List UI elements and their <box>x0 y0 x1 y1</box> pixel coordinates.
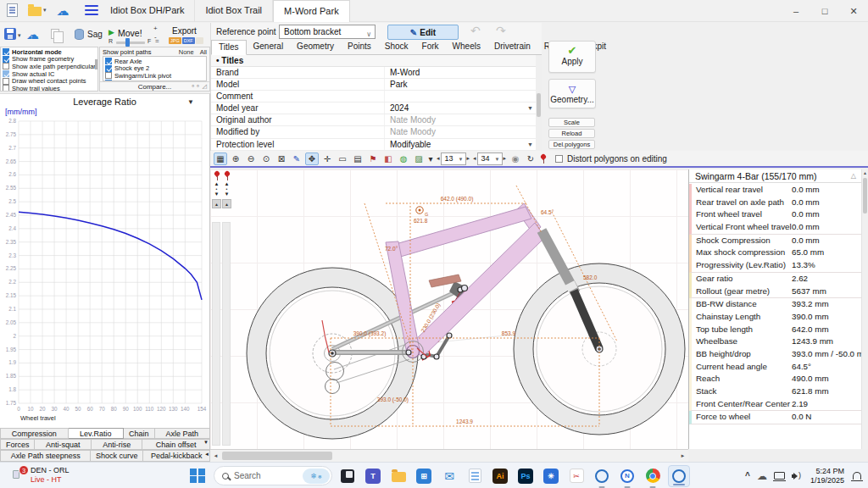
document-tab-m-word-park[interactable]: M-Word Park <box>273 0 350 22</box>
geometry-button[interactable]: ▽ Geometry... <box>548 79 596 108</box>
zoom-in-icon[interactable]: ⊕ <box>229 152 242 165</box>
checkbox[interactable] <box>105 58 112 64</box>
export-dxf-button[interactable]: DXF <box>182 37 195 44</box>
graph-tab-forces[interactable]: Forces <box>0 439 35 450</box>
color-wheel-icon[interactable]: ◍ <box>397 152 410 165</box>
point-paths-all-link[interactable]: All <box>200 48 207 56</box>
canvas-control-strip-2[interactable]: ▲•▼ ▲ <box>222 171 231 208</box>
rotate-icon[interactable]: ↻ <box>524 152 537 165</box>
draw-icon[interactable]: ✎ <box>290 152 303 165</box>
canvas-vscroll-track-2[interactable] <box>222 222 231 446</box>
canvas-vscroll-track-1[interactable] <box>212 222 220 446</box>
checkbox[interactable] <box>105 72 112 79</box>
document-tab-idiot-box-trail[interactable]: Idiot Box Trail <box>195 0 273 22</box>
canvas-hscrollbar[interactable]: ◄ ► <box>210 449 688 462</box>
reload-button[interactable]: Reload <box>548 129 595 138</box>
notepad-icon[interactable] <box>465 463 485 488</box>
table-icon[interactable]: ▤ <box>351 152 364 165</box>
minimize-button[interactable]: – <box>782 0 810 22</box>
palette-icon[interactable]: ◧ <box>381 152 395 165</box>
export-other-button[interactable] <box>196 37 203 44</box>
graph-tab-anti-rise[interactable]: Anti-rise <box>92 439 142 450</box>
redo-icon[interactable]: ↷ <box>496 24 506 37</box>
save-icon[interactable] <box>4 28 16 40</box>
spinner-dropdown-icon[interactable]: ▼ <box>459 157 464 162</box>
apply-button[interactable]: ✔ Apply <box>548 41 596 73</box>
property-row-original-author[interactable]: Original authorNate Moody <box>211 114 536 126</box>
property-value[interactable]: Modifyable▼ <box>384 139 536 150</box>
checkbox[interactable] <box>3 85 9 92</box>
rf-slider-thumb[interactable] <box>125 38 130 47</box>
checkbox[interactable] <box>3 78 9 85</box>
sports-score-widget[interactable]: DEN - ORL Live - HT <box>31 466 70 485</box>
flag-icon[interactable]: ⚑ <box>366 152 380 165</box>
tab-geometry[interactable]: Geometry <box>290 40 341 54</box>
tab-points[interactable]: Points <box>341 40 378 54</box>
move-play-icon[interactable]: ▶ <box>108 28 114 36</box>
point-path-shock-eye-2[interactable]: Shock eye 2 <box>103 65 206 73</box>
grid-toggle-icon[interactable]: ▦ <box>214 152 227 165</box>
illustrator-icon[interactable]: Ai <box>490 463 510 488</box>
edit-button[interactable]: ✎Edit <box>387 25 459 40</box>
graph-tab-axle-path-steepness[interactable]: Axle Path steepness <box>0 450 91 461</box>
rf-slider[interactable] <box>116 42 145 44</box>
compare-icons[interactable]: ⚬⚬ ◿ <box>191 83 207 90</box>
view-option-horizontal-mode[interactable]: Horizontal mode <box>1 48 97 56</box>
view-option-show-axle-path-perpendiculars[interactable]: Show axle path perpendiculars <box>1 63 97 70</box>
spinner-right-icon[interactable]: ▸ <box>466 155 471 162</box>
mail-icon[interactable]: ✉ <box>439 463 459 488</box>
tabs-scroll-left-icon[interactable]: ◄ <box>204 452 209 457</box>
tab-shock[interactable]: Shock <box>378 40 415 54</box>
pin-icon[interactable] <box>213 171 220 180</box>
bike-drawing[interactable]: 642.0 (490.0) 621.8 72.0° 64.5° 582.0 23… <box>210 169 688 449</box>
graph-tab-axle-path[interactable]: Axle Path <box>155 428 210 439</box>
scroll-up-button[interactable]: ▲ <box>212 199 221 208</box>
hscroll-thumb[interactable] <box>222 452 332 460</box>
sphere-icon[interactable]: ◉ <box>509 152 522 165</box>
document-tab-idiot-box-dh-park[interactable]: Idiot Box DH/Park <box>100 0 195 22</box>
file-explorer-icon[interactable] <box>388 463 409 488</box>
snipping-tool-icon[interactable]: ✂ <box>566 463 587 488</box>
zoom-actual-icon[interactable]: ⊙ <box>259 152 273 165</box>
teams-icon[interactable]: T <box>363 463 383 488</box>
pan-icon[interactable]: ✥ <box>305 152 319 165</box>
scroll-up-button[interactable]: ▲ <box>222 199 231 208</box>
property-value[interactable]: M-Word <box>384 67 536 78</box>
maximize-button[interactable]: □ <box>810 0 839 22</box>
onedrive-icon[interactable]: ☁ <box>757 471 767 481</box>
checkbox[interactable] <box>3 56 9 63</box>
pin-icon[interactable] <box>539 154 547 164</box>
butterfly-app-icon[interactable]: ✳ <box>541 463 561 488</box>
property-value[interactable]: Nate Moody <box>384 126 536 137</box>
move-plus-button[interactable]: + <box>153 25 158 32</box>
task-view-icon[interactable] <box>337 463 358 488</box>
tab-fork[interactable]: Fork <box>415 40 446 54</box>
undo-icon[interactable]: ↶ <box>470 24 481 37</box>
scale-button[interactable]: Scale <box>548 118 595 127</box>
zoom-out-icon[interactable]: ⊖ <box>244 152 258 165</box>
spinner2-right-icon[interactable]: ▸ <box>503 155 508 162</box>
tabs-scroll-down-icon[interactable]: ▼ <box>203 440 209 445</box>
microsoft-store-icon[interactable]: ⊞ <box>414 463 434 488</box>
point-path-swingarm-link-pivot[interactable]: Swingarm/Link pivot <box>103 72 206 80</box>
tab-drivetrain[interactable]: Drivetrain <box>487 40 537 54</box>
photoshop-icon[interactable]: Ps <box>515 463 536 488</box>
view-option-show-trail-values[interactable]: Show trail values <box>1 85 97 92</box>
canvas-control-strip-1[interactable]: ▲•▼ ▲ <box>212 171 221 208</box>
panel-resize-grip[interactable] <box>95 59 97 69</box>
linkage-docs-icon[interactable] <box>592 463 612 488</box>
property-row-modified-by[interactable]: Modified byNate Moody <box>211 126 536 138</box>
ruler-icon[interactable]: ▭ <box>336 152 349 165</box>
save-dropdown-icon[interactable]: ▾ <box>18 32 21 39</box>
background-image-icon[interactable]: ▨ <box>412 152 426 165</box>
hscroll-left-icon[interactable]: ◄ <box>210 451 221 461</box>
linkage-app-icon-active[interactable] <box>668 465 690 487</box>
property-row-model-year[interactable]: Model year2024▼ <box>211 103 536 114</box>
app-logo-icon[interactable] <box>7 3 18 17</box>
copy-icon[interactable] <box>51 29 59 39</box>
property-value[interactable]: 2024▼ <box>384 103 536 114</box>
start-button[interactable] <box>188 463 209 488</box>
volume-icon[interactable]: ) <box>792 472 804 480</box>
point-size-spinner[interactable]: ◂ 34▼ ▸ <box>472 152 507 165</box>
property-row-comment[interactable]: Comment <box>211 91 536 103</box>
